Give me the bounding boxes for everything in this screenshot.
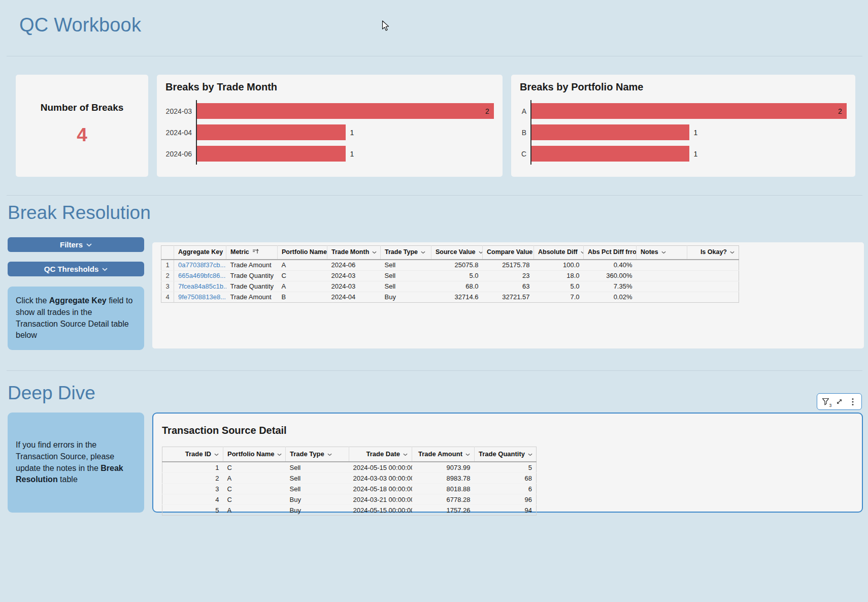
transaction-source-detail-table: Trade IDPortfolio NameTrade TypeTrade Da… — [162, 447, 537, 516]
section-divider — [7, 370, 862, 371]
cell-source-value: 25075.8 — [431, 260, 483, 271]
cell-trade-date: 2024-05-15 00:00:00 — [349, 462, 412, 473]
cell-source-value: 68.0 — [431, 281, 483, 292]
chevron-down-icon — [102, 268, 108, 271]
table-row: 4CBuy2024-03-21 00:00:006778.2896 — [162, 494, 537, 505]
cell-abs-pct-diff-frrom-source: 0.02% — [584, 292, 637, 303]
cell-compare-value: 25175.78 — [483, 260, 534, 271]
bar-value-label: 2 — [485, 107, 489, 115]
cell-trade-date: 2024-03-21 00:00:00 — [349, 494, 412, 505]
bar-b — [531, 124, 689, 140]
y-axis-label: 2024-03 — [165, 103, 192, 119]
cell-trade-month: 2024-06 — [327, 260, 381, 271]
cell-trade-month: 2024-03 — [327, 281, 381, 292]
column-header-trade-quantity[interactable]: Trade Quantity — [475, 447, 537, 462]
breaks-by-trade-month-chart: 2024-032024-042024-06211 — [165, 100, 494, 165]
breaks-by-portfolio-name-card: Breaks by Portfolio Name ABC211 — [511, 75, 855, 177]
cell-trade-quantity: 94 — [475, 505, 537, 516]
breaks-by-trade-month-card: Breaks by Trade Month 2024-032024-042024… — [157, 75, 503, 177]
column-header-aggregate-key[interactable]: Aggregate Key — [174, 246, 226, 260]
cell-portfolio-name: C — [223, 494, 286, 505]
column-header-metric[interactable]: Metric — [226, 246, 278, 260]
cell-abs-pct-diff-frrom-source: 7.35% — [584, 281, 637, 292]
cell-trade-amount: 8018.88 — [412, 484, 475, 494]
cell-abs-pct-diff-frrom-source: 0.40% — [584, 260, 637, 271]
section-divider — [7, 195, 862, 196]
aggregate-key-link[interactable]: 665a469bfc86... — [178, 272, 225, 279]
column-header-compare-value[interactable]: Compare Value — [483, 246, 534, 260]
cell-notes — [637, 271, 687, 281]
filter-count-badge: 3 — [829, 403, 831, 408]
column-header-trade-type[interactable]: Trade Type — [286, 447, 349, 462]
column-header-trade-type[interactable]: Trade Type — [381, 246, 431, 260]
cell-trade-id: 2 — [162, 473, 223, 484]
expand-icon[interactable] — [833, 396, 845, 408]
aggregate-key-link[interactable]: 7fcea84a85c1b... — [178, 282, 226, 290]
column-header-portfolio-name[interactable]: Portfolio Name — [223, 447, 286, 462]
column-header-trade-month[interactable]: Trade Month — [327, 246, 381, 260]
cell-trade-type: Buy — [286, 494, 349, 505]
cell-trade-date: 2024-05-15 00:00:00 — [349, 505, 412, 516]
filter-icon[interactable]: 3 — [820, 396, 832, 408]
bar-2024-06 — [197, 146, 346, 162]
breaks-by-portfolio-name-chart: ABC211 — [520, 100, 847, 165]
chevron-down-icon — [421, 251, 425, 254]
number-of-breaks-card: Number of Breaks 4 — [16, 75, 148, 177]
chevron-down-icon — [86, 243, 92, 247]
aggregate-key-link[interactable]: 9fe7508813e8... — [178, 293, 226, 301]
bar-2024-03 — [197, 103, 494, 119]
cell-trade-id: 4 — [162, 494, 223, 505]
cell-absolute-diff: 7.0 — [534, 292, 584, 303]
cell-notes — [637, 292, 687, 303]
column-header-portfolio-name[interactable]: Portfolio Name — [278, 246, 327, 260]
cell-metric: Trade Amount — [226, 260, 278, 271]
qc-thresholds-button[interactable]: QC Thresholds — [8, 262, 144, 276]
note-text: Click the Aggregate Key field to show al… — [16, 295, 136, 341]
table-row: 2665a469bfc86...Trade QuantityC2024-03Se… — [161, 271, 739, 281]
aggregate-key-link[interactable]: 0a77038f37cb... — [178, 261, 225, 269]
cell-absolute-diff: 5.0 — [534, 281, 584, 292]
bar-value-label: 1 — [350, 150, 354, 158]
table-row: 5ABuy2024-05-15 00:00:001757.2694 — [162, 505, 537, 516]
column-header-notes[interactable]: Notes — [637, 246, 687, 260]
cell-portfolio-name: A — [278, 281, 327, 292]
transaction-source-detail-title: Transaction Source Detail — [162, 425, 287, 436]
filters-button[interactable]: Filters — [8, 237, 144, 252]
column-header-abs-pct-diff-frrom-source[interactable]: Abs Pct Diff frrom Source — [584, 246, 637, 260]
chevron-down-icon — [277, 453, 282, 456]
chevron-down-icon — [479, 251, 483, 254]
cell-trade-quantity: 6 — [475, 484, 537, 494]
chevron-down-icon — [372, 251, 377, 254]
bar-2024-04 — [197, 124, 346, 140]
table-row: 37fcea84a85c1b...Trade QuantityA2024-03S… — [161, 281, 739, 292]
column-header-trade-amount[interactable]: Trade Amount — [412, 447, 475, 462]
bar-value-label: 1 — [694, 129, 698, 137]
y-axis: 211 — [196, 100, 494, 165]
chevron-down-icon — [403, 453, 408, 456]
cell-is-okay — [687, 292, 739, 303]
cell-compare-value: 32721.57 — [483, 292, 534, 303]
cell-trade-date: 2024-03-03 00:00:00 — [349, 473, 412, 484]
more-menu-icon[interactable] — [847, 396, 859, 408]
cell-trade-type: Sell — [381, 281, 431, 292]
y-axis-label: A — [520, 103, 526, 119]
y-axis-label: 2024-06 — [165, 146, 192, 162]
chevron-down-icon — [730, 251, 735, 254]
break-resolution-heading: Break Resolution — [8, 202, 151, 224]
cell-trade-amount: 8983.78 — [412, 473, 475, 484]
column-header-absolute-diff[interactable]: Absolute Diff — [534, 246, 584, 260]
column-header-trade-date[interactable]: Trade Date — [349, 447, 412, 462]
cell-portfolio-name: C — [223, 484, 286, 494]
cell-metric: Trade Amount — [226, 292, 278, 303]
cell-source-value: 5.0 — [431, 271, 483, 281]
cell-trade-id: 1 — [162, 462, 223, 473]
cell-portfolio-name: C — [223, 462, 286, 473]
column-header-is-okay[interactable]: Is Okay? — [687, 246, 739, 260]
cell-notes — [637, 260, 687, 271]
column-header-trade-id[interactable]: Trade ID — [162, 447, 223, 462]
cell-portfolio-name: B — [278, 292, 327, 303]
cell-metric: Trade Quantity — [226, 281, 278, 292]
row-number: 4 — [161, 292, 174, 303]
column-header-source-value[interactable]: Source Value — [431, 246, 483, 260]
cell-is-okay — [687, 260, 739, 271]
